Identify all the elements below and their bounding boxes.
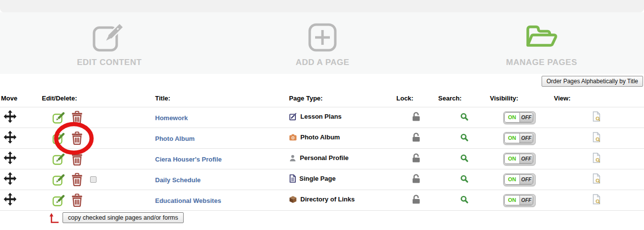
- column-header-lock: Lock:: [394, 93, 438, 107]
- page-preview-icon: [592, 173, 601, 184]
- page-title-link[interactable]: Daily Schedule: [153, 176, 200, 184]
- page-type: Lesson Plans: [288, 113, 342, 121]
- edit-button[interactable]: [52, 111, 65, 124]
- lock-button[interactable]: [411, 174, 421, 183]
- add-a-page-button[interactable]: ADD A PAGE: [262, 22, 383, 67]
- copy-page-checkbox[interactable]: [90, 176, 97, 183]
- lock-button[interactable]: [411, 132, 421, 142]
- page-type-label: Lesson Plans: [300, 113, 342, 120]
- trash-icon: [71, 194, 83, 207]
- toggle-off-label[interactable]: OFF: [519, 196, 533, 205]
- view-button[interactable]: [592, 153, 601, 163]
- unlock-icon: [411, 132, 421, 142]
- order-pages-alphabetically-button[interactable]: Order Pages Alphabetically by Title: [542, 76, 643, 87]
- move-icon: [3, 131, 17, 144]
- column-header-title: Title:: [153, 93, 288, 107]
- edit-pencil-icon: [52, 173, 65, 186]
- toggle-on-label[interactable]: ON: [505, 175, 519, 184]
- search-button[interactable]: [460, 154, 468, 162]
- photo-album-icon: [289, 133, 297, 141]
- unlock-icon: [411, 195, 421, 204]
- toggle-on-label[interactable]: ON: [505, 113, 519, 122]
- search-button[interactable]: [460, 196, 468, 203]
- visibility-toggle[interactable]: ON OFF: [503, 132, 536, 145]
- unlock-icon: [411, 153, 421, 163]
- directory-of-links-icon: [289, 196, 297, 203]
- toggle-off-label[interactable]: OFF: [519, 154, 533, 164]
- delete-button[interactable]: [71, 194, 83, 207]
- view-button[interactable]: [592, 132, 601, 142]
- page-preview-icon: [592, 111, 601, 122]
- move-handle[interactable]: [3, 110, 17, 123]
- page-type-label: Personal Profile: [300, 154, 349, 162]
- view-button[interactable]: [592, 194, 601, 204]
- edit-button[interactable]: [52, 132, 65, 145]
- toggle-off-label[interactable]: OFF: [519, 113, 533, 122]
- visibility-toggle[interactable]: ON OFF: [503, 153, 536, 165]
- move-icon: [3, 172, 17, 185]
- column-header-edit-delete: Edit/Delete:: [42, 93, 153, 107]
- single-page-icon: [289, 174, 296, 183]
- toggle-on-label[interactable]: ON: [505, 196, 519, 205]
- search-button[interactable]: [460, 133, 468, 141]
- table-row: Photo Album Photo Album: [0, 128, 644, 149]
- delete-button[interactable]: [71, 131, 83, 145]
- page-type: Single Page: [288, 174, 336, 183]
- column-header-visibility: Visibility:: [490, 93, 549, 107]
- move-handle[interactable]: [3, 131, 17, 144]
- add-page-icon: [307, 46, 338, 54]
- edit-content-label: EDIT CONTENT: [49, 58, 169, 67]
- table-row: Daily Schedule Single Page: [0, 169, 644, 190]
- visibility-toggle[interactable]: ON OFF: [503, 173, 536, 186]
- edit-pencil-icon: [52, 194, 65, 207]
- lock-button[interactable]: [411, 112, 421, 121]
- lock-button[interactable]: [411, 195, 421, 204]
- visibility-toggle[interactable]: ON OFF: [503, 111, 536, 124]
- edit-button[interactable]: [52, 194, 65, 207]
- page-title-link[interactable]: Photo Album: [153, 135, 194, 142]
- delete-button[interactable]: [71, 111, 83, 125]
- manage-pages-icon: [522, 46, 561, 54]
- add-a-page-label: ADD A PAGE: [262, 58, 383, 67]
- page-type-label: Directory of Links: [300, 196, 355, 203]
- trash-icon: [71, 152, 83, 166]
- lesson-plans-icon: [289, 113, 297, 121]
- trash-icon: [71, 173, 83, 187]
- manage-pages-label: MANAGE PAGES: [482, 58, 602, 67]
- pages-table: Move Edit/Delete: Title: Page Type: Lock…: [0, 93, 644, 211]
- edit-button[interactable]: [52, 153, 65, 165]
- table-row: Homework Lesson Plans: [0, 107, 644, 128]
- table-row: Ciera Houser's Profile Personal Profile: [0, 149, 644, 169]
- view-button[interactable]: [592, 173, 601, 184]
- lock-button[interactable]: [411, 153, 421, 163]
- search-button[interactable]: [460, 113, 468, 121]
- move-icon: [3, 151, 17, 164]
- edit-button[interactable]: [52, 173, 65, 186]
- visibility-toggle[interactable]: ON OFF: [503, 194, 536, 207]
- delete-button[interactable]: [71, 152, 83, 166]
- page-title-link[interactable]: Homework: [153, 114, 188, 122]
- edit-pencil-icon: [52, 132, 65, 145]
- edit-content-icon: [92, 46, 127, 54]
- manage-pages-button[interactable]: MANAGE PAGES: [482, 22, 602, 67]
- delete-button[interactable]: [71, 173, 83, 187]
- toggle-off-label[interactable]: OFF: [519, 175, 533, 184]
- copy-checked-pages-button[interactable]: copy checked single pages and/or forms: [63, 212, 184, 223]
- search-button[interactable]: [460, 175, 468, 183]
- move-handle[interactable]: [3, 193, 17, 206]
- move-handle[interactable]: [3, 172, 17, 185]
- view-button[interactable]: [592, 111, 601, 122]
- personal-profile-icon: [289, 154, 296, 162]
- unlock-icon: [411, 174, 421, 183]
- toggle-off-label[interactable]: OFF: [519, 133, 533, 143]
- move-handle[interactable]: [3, 151, 17, 164]
- move-icon: [3, 110, 17, 123]
- edit-content-button[interactable]: EDIT CONTENT: [49, 22, 169, 67]
- move-icon: [3, 193, 17, 206]
- column-header-move: Move: [0, 93, 42, 107]
- edit-pencil-icon: [52, 111, 65, 124]
- toggle-on-label[interactable]: ON: [505, 154, 519, 164]
- page-title-link[interactable]: Ciera Houser's Profile: [153, 156, 222, 163]
- toggle-on-label[interactable]: ON: [505, 133, 519, 143]
- page-title-link[interactable]: Educational Websites: [153, 197, 221, 204]
